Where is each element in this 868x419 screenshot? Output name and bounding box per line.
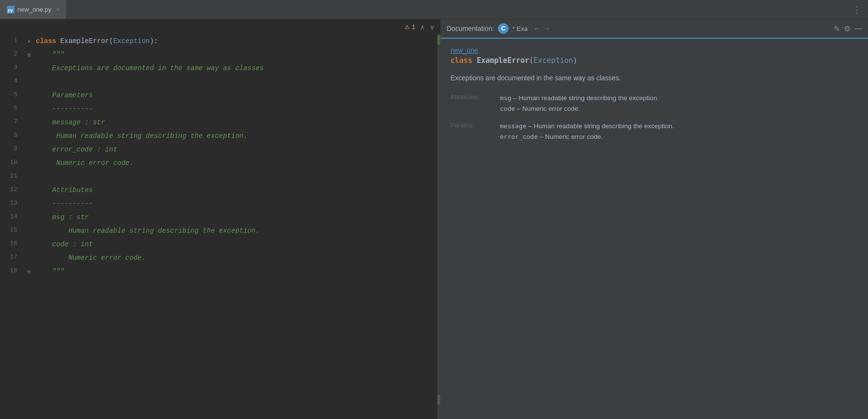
nav-up-button[interactable]: ∧	[418, 22, 427, 32]
table-row: 12 Attributes	[0, 184, 440, 197]
line-number: 18	[0, 265, 24, 279]
code-line: Numeric error code.	[34, 252, 440, 265]
doc-class-signature: class ExampleError(Exception)	[450, 56, 858, 65]
tab-more-button[interactable]: ⋮	[846, 4, 868, 15]
line-gutter	[24, 197, 34, 211]
class-base: Exception	[534, 56, 573, 65]
fold-icon: ▾	[28, 39, 31, 45]
table-row: 14 msg : str	[0, 211, 440, 224]
file-tab[interactable]: py new_one.py ×	[0, 0, 67, 19]
param-sep: –	[540, 133, 545, 140]
doc-minimize-button[interactable]: —	[854, 24, 862, 33]
list-item: code – Numeric error code.	[500, 104, 858, 114]
tab-bar: py new_one.py × ⋮	[0, 0, 868, 19]
class-paren-open: (	[529, 56, 534, 65]
table-row: 4	[0, 75, 440, 89]
doc-attributes-section: Attributes: msg – Human readable string …	[450, 93, 858, 114]
code-line	[34, 170, 440, 184]
line-gutter: ▾	[24, 35, 34, 48]
module-link[interactable]: new_one	[450, 46, 858, 54]
doc-back-button[interactable]: ←	[533, 24, 541, 33]
line-gutter	[24, 116, 34, 130]
line-gutter: ⊟	[24, 48, 34, 62]
editor-toolbar: ⚠ 1 ∧ ∨	[0, 19, 440, 35]
doc-forward-button[interactable]: →	[543, 24, 551, 33]
line-number: 17	[0, 252, 24, 265]
line-number: 8	[0, 130, 24, 143]
line-number: 13	[0, 197, 24, 211]
doc-pane: Documentation: C * Exa ← → ✎ ⚙ — new_one…	[441, 19, 868, 419]
nav-down-button[interactable]: ∨	[428, 22, 436, 32]
attr-name-msg: msg	[500, 94, 511, 102]
line-gutter	[24, 170, 34, 184]
doc-class-badge: C	[498, 23, 509, 34]
code-line: Parameters	[34, 89, 440, 103]
warning-count: 1	[412, 24, 415, 30]
doc-edit-button[interactable]: ✎	[834, 24, 840, 33]
param-sep: –	[528, 122, 534, 130]
doc-settings-button[interactable]: ⚙	[844, 24, 851, 33]
warning-icon: ⚠	[404, 24, 410, 30]
line-number: 12	[0, 184, 24, 197]
attr-sep: –	[513, 94, 518, 102]
code-line: class ExampleError(Exception):	[34, 35, 440, 48]
scrollbar[interactable]	[437, 35, 440, 419]
code-line: Human readable string describing the exc…	[34, 130, 440, 143]
attributes-content: msg – Human readable string describing t…	[500, 93, 858, 114]
code-line: Exceptions are documented in the same wa…	[34, 62, 440, 75]
scroll-thumb	[437, 35, 440, 45]
code-line: message : str	[34, 116, 440, 130]
class-paren-close: )	[573, 56, 577, 65]
line-number: 9	[0, 143, 24, 157]
line-gutter	[24, 184, 34, 197]
code-area[interactable]: 1 ▾ class ExampleError(Exception): 2 ⊟ "…	[0, 35, 440, 419]
params-label: Params:	[450, 121, 494, 142]
python-file-icon: py	[7, 6, 15, 14]
scroll-thumb-bottom	[437, 395, 440, 404]
param-name-message: message	[500, 122, 527, 130]
editor-pane: ⚠ 1 ∧ ∨ 1 ▾ class ExampleError(Exception…	[0, 19, 441, 419]
table-row: 1 ▾ class ExampleError(Exception):	[0, 35, 440, 48]
table-row: 11	[0, 170, 440, 184]
table-row: 3 Exceptions are documented in the same …	[0, 62, 440, 75]
attr-sep: –	[517, 105, 522, 112]
line-number: 3	[0, 62, 24, 75]
attr-name-code: code	[500, 105, 515, 112]
table-row: 8 Human readable string describing the e…	[0, 130, 440, 143]
doc-params-section: Params: message – Human readable string …	[450, 121, 858, 142]
tab-filename: new_one.py	[17, 6, 51, 13]
table-row: 16 code : int	[0, 238, 440, 252]
line-gutter	[24, 224, 34, 238]
attr-desc-code: Numeric error code.	[522, 105, 580, 112]
code-line: Numeric error code.	[34, 157, 440, 170]
list-item: msg – Human readable string describing t…	[500, 93, 858, 104]
table-row: 2 ⊟ """	[0, 48, 440, 62]
line-gutter	[24, 157, 34, 170]
param-name-error-code: error_code	[500, 133, 538, 140]
tab-close-button[interactable]: ×	[56, 6, 60, 13]
table-row: 13 ----------	[0, 197, 440, 211]
line-number: 16	[0, 238, 24, 252]
attributes-label: Attributes:	[450, 93, 494, 114]
line-gutter	[24, 238, 34, 252]
code-table: 1 ▾ class ExampleError(Exception): 2 ⊟ "…	[0, 35, 440, 279]
code-line: ----------	[34, 103, 440, 116]
line-gutter	[24, 75, 34, 89]
line-gutter	[24, 89, 34, 103]
code-line: """	[34, 48, 440, 62]
line-number: 7	[0, 116, 24, 130]
code-line: msg : str	[34, 211, 440, 224]
nav-arrows: ∧ ∨	[418, 22, 436, 32]
line-gutter	[24, 252, 34, 265]
params-content: message – Human readable string describi…	[500, 121, 858, 142]
line-gutter	[24, 130, 34, 143]
code-line: error_code : int	[34, 143, 440, 157]
line-number: 14	[0, 211, 24, 224]
line-gutter	[24, 211, 34, 224]
line-number: 4	[0, 75, 24, 89]
doc-content[interactable]: new_one class ExampleError(Exception) Ex…	[441, 39, 868, 419]
doc-description: Exceptions are documented in the same wa…	[450, 73, 858, 83]
table-row: 5 Parameters	[0, 89, 440, 103]
code-line: Attributes	[34, 184, 440, 197]
list-item: message – Human readable string describi…	[500, 121, 858, 132]
